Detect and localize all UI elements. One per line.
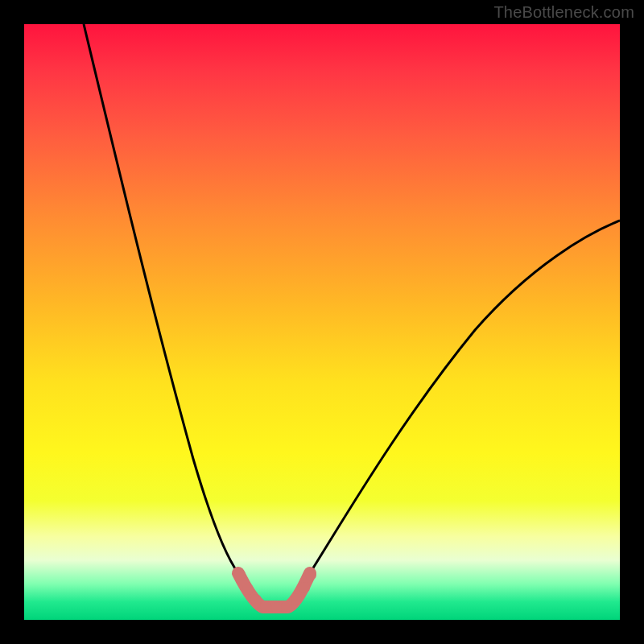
svg-point-8 (305, 569, 316, 580)
svg-point-0 (234, 569, 246, 580)
svg-point-7 (299, 582, 310, 593)
plot-area (24, 24, 620, 620)
chart-frame: TheBottleneck.com (0, 0, 644, 644)
svg-point-4 (271, 602, 283, 613)
svg-point-1 (242, 584, 254, 595)
svg-point-5 (281, 601, 292, 612)
curve-right-ascending (310, 221, 620, 573)
watermark-text: TheBottleneck.com (493, 3, 634, 22)
curve-layer (24, 24, 620, 620)
curve-left-descending (84, 24, 238, 573)
svg-point-3 (260, 601, 271, 612)
svg-point-2 (250, 594, 262, 605)
svg-point-6 (291, 593, 302, 605)
